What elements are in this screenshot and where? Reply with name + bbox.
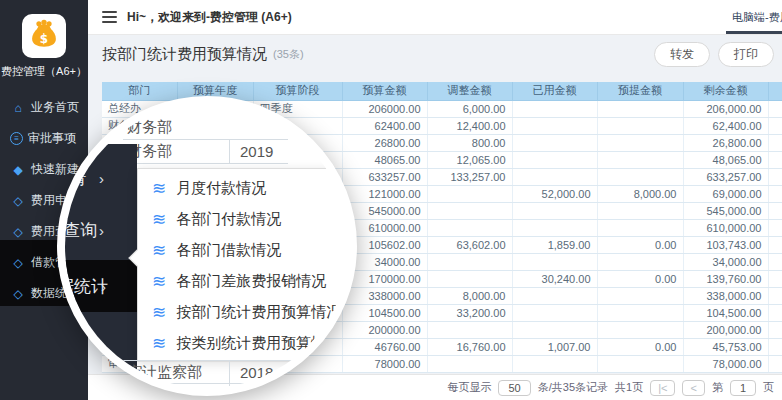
header-actions: 转发 打印: [654, 42, 774, 67]
table-cell: [427, 202, 512, 219]
table-cell: [768, 270, 782, 287]
app-logo: $: [22, 14, 66, 58]
table-cell: [768, 338, 782, 355]
table-cell: 6,000.00: [427, 100, 512, 117]
topbar: Hi~，欢迎来到-费控管理 (A6+) 电脑端-费用管理: [88, 0, 782, 35]
first-page-button[interactable]: |<: [650, 380, 675, 396]
table-cell: [512, 168, 597, 185]
table-cell: [512, 304, 597, 321]
table-cell: 0.00: [597, 236, 683, 253]
table-cell: [597, 304, 683, 321]
submenu-item-2[interactable]: ≋各部门借款情况: [138, 235, 350, 266]
table-cell: 1,007.00: [512, 338, 597, 355]
records-label: 条/共35条记录: [538, 380, 608, 395]
prev-page-button[interactable]: <: [682, 380, 704, 396]
welcome-text: Hi~，欢迎来到-费控管理 (A6+): [127, 9, 292, 26]
table-cell: [427, 253, 512, 270]
forward-button[interactable]: 转发: [654, 42, 710, 67]
submenu-item-label: 月度付款情况: [176, 179, 266, 198]
cube-outline-icon: ◇: [10, 194, 26, 208]
approval-list-icon: ≡: [10, 132, 23, 145]
table-cell: 800.00: [427, 134, 512, 151]
tab-label: 电脑端-费用管理: [732, 10, 782, 25]
active-tab-underline: [726, 31, 782, 34]
table-cell: 8,000.00: [427, 287, 512, 304]
table-cell: [768, 168, 782, 185]
table-row: 审计监察部 2018: [123, 360, 298, 384]
table-cell: 30,240.00: [512, 270, 597, 287]
layers-icon: ≋: [152, 209, 166, 230]
table-cell: [768, 355, 782, 372]
sidebar-item-label: 快速新建: [31, 161, 79, 178]
per-page-label: 每页显示: [447, 380, 491, 395]
table-cell: [768, 304, 782, 321]
table-cell: 69,000.00: [683, 185, 768, 202]
table-cell: 338,000.00: [683, 287, 768, 304]
submenu-item-label: 各部门差旅费报销情况: [176, 272, 326, 291]
column-header: 预算阶段: [253, 82, 342, 100]
column-header: 预算金额: [342, 82, 427, 100]
print-button[interactable]: 打印: [718, 42, 774, 67]
table-cell: [597, 355, 683, 372]
sidebar-item-data-statistics-active[interactable]: 据统计 ›: [65, 260, 137, 312]
home-icon: ⌂: [10, 101, 26, 115]
table-cell: 78,000.00: [683, 355, 768, 372]
submenu-item-1[interactable]: ≋各部门付款情况: [138, 204, 350, 235]
table-cell: 545,000.00: [683, 202, 768, 219]
cube-outline-icon: ◇: [10, 225, 26, 239]
magnified-view: 财务部 财务部 2019 请 › 查询 › 据统计 ›: [65, 104, 349, 388]
chevron-right-icon: ›: [101, 278, 106, 295]
submenu-item-4[interactable]: ≋按部门统计费用预算情况: [138, 297, 350, 328]
table-cell: [768, 321, 782, 338]
sidebar-item-fragment[interactable]: 查询 ›: [65, 210, 137, 250]
submenu-item-label: 各部门借款情况: [176, 241, 281, 260]
table-cell: [597, 287, 683, 304]
sidebar-item-0[interactable]: ⌂业务首页: [0, 92, 88, 123]
table-cell: [597, 151, 683, 168]
sidebar-item-label: 业务首页: [31, 99, 79, 116]
table-cell: 63,602.00: [427, 236, 512, 253]
table-cell: 26800.00: [342, 134, 427, 151]
column-header: 调整金额: [427, 82, 512, 100]
column-header: 已用金额: [512, 82, 597, 100]
page-suffix-label: 页: [763, 380, 774, 395]
svg-text:$: $: [40, 32, 48, 46]
table-cell: [512, 287, 597, 304]
column-header: 预提金额: [597, 82, 683, 100]
table-cell: 170000.00: [342, 270, 427, 287]
table-cell: [597, 134, 683, 151]
record-count: (35条): [273, 47, 304, 62]
table-cell: [768, 253, 782, 270]
chevron-right-icon: ›: [99, 170, 104, 187]
table-cell: [512, 253, 597, 270]
table-cell: [512, 117, 597, 134]
table-cell: 104500.00: [342, 304, 427, 321]
table-cell: [427, 355, 512, 372]
magnified-table-cells-top: 财务部 财务部 2019: [123, 116, 288, 164]
sidebar-item-1[interactable]: ≡审批事项: [0, 123, 88, 154]
page-number-input[interactable]: 1: [730, 380, 756, 396]
table-cell: 206,000.00: [683, 100, 768, 117]
table-cell: [768, 100, 782, 117]
tab-pc-expense[interactable]: 电脑端-费用管理: [722, 0, 782, 35]
table-cell: 633,257.00: [683, 168, 768, 185]
table-cell: [768, 219, 782, 236]
per-page-input[interactable]: 50: [498, 380, 530, 396]
table-cell: 12,065.00: [427, 151, 512, 168]
table-cell: [768, 134, 782, 151]
table-cell: [597, 168, 683, 185]
table-cell: [768, 202, 782, 219]
column-header: 部门: [102, 82, 177, 100]
table-cell: [512, 202, 597, 219]
magnifier-circle: 财务部 财务部 2019 请 › 查询 › 据统计 ›: [57, 96, 357, 396]
submenu-item-0[interactable]: ≋月度付款情况: [138, 173, 350, 204]
table-cell: [512, 219, 597, 236]
year-cell: 2019: [229, 140, 273, 164]
table-cell: [512, 100, 597, 117]
table-cell: [427, 219, 512, 236]
hamburger-menu-icon[interactable]: [102, 8, 117, 26]
submenu-item-3[interactable]: ≋各部门差旅费报销情况: [138, 266, 350, 297]
table-cell: [512, 321, 597, 338]
table-cell: [427, 270, 512, 287]
column-header: 剩余金额: [683, 82, 768, 100]
